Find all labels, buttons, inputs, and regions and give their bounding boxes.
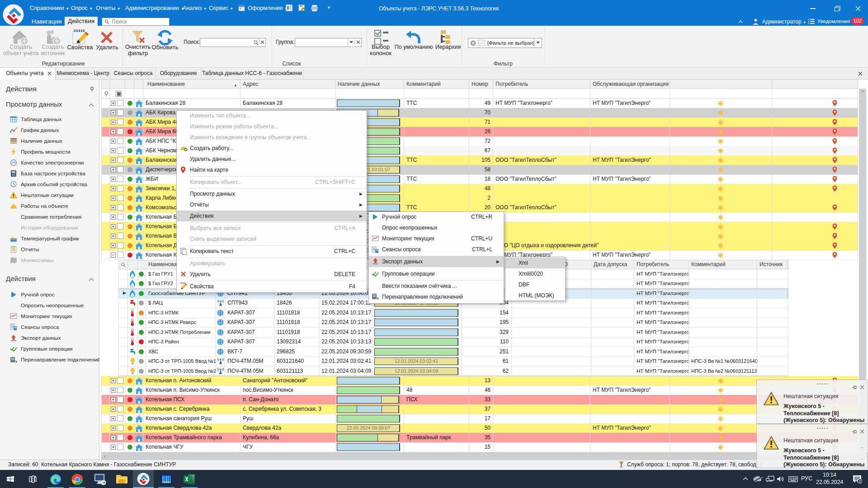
svg-text:2: 2 (859, 479, 861, 483)
